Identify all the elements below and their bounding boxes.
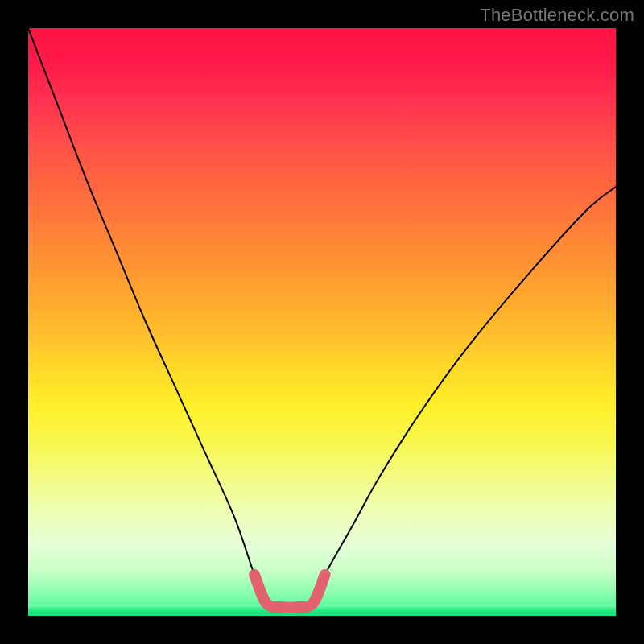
curve-svg <box>28 28 616 616</box>
highlight-segment-path <box>254 575 325 608</box>
plot-area <box>28 28 616 616</box>
watermark-text: TheBottleneck.com <box>480 5 634 26</box>
bottleneck-curve-path <box>28 28 616 608</box>
chart-frame: TheBottleneck.com <box>0 0 644 644</box>
